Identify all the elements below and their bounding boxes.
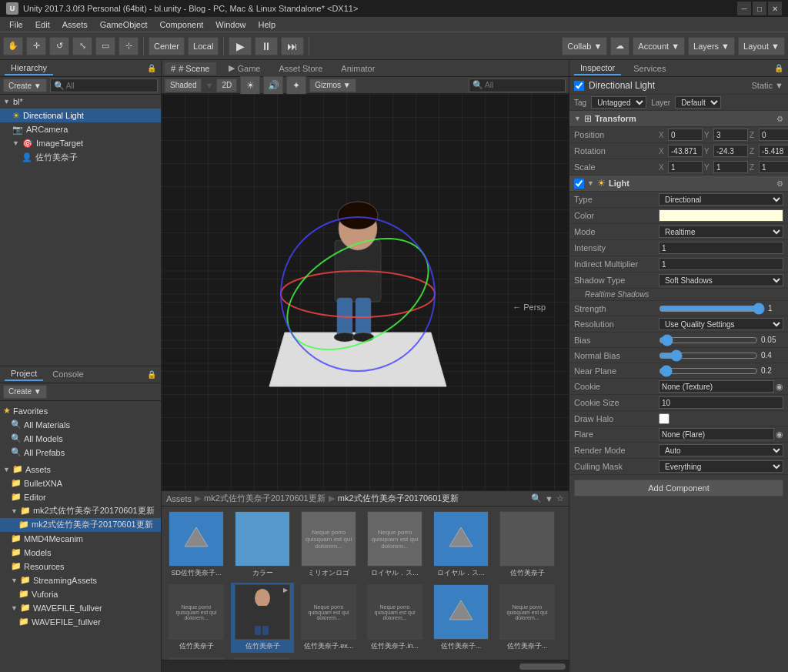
- tag-dropdown[interactable]: Untagged: [591, 96, 646, 109]
- cookie-circle-icon[interactable]: ◉: [776, 382, 783, 392]
- all-models-item[interactable]: 🔍 All Models: [0, 432, 161, 446]
- account-button[interactable]: Account ▼: [633, 37, 685, 55]
- breadcrumb-mk2-sub[interactable]: mk2式佐竹美奈子20170601更新: [338, 493, 459, 504]
- object-enabled-checkbox[interactable]: [574, 81, 584, 91]
- asset-item-5[interactable]: 佐竹美奈子: [496, 510, 559, 580]
- tree-item-satak[interactable]: 👤 佐竹美奈子: [0, 150, 161, 164]
- menu-edit[interactable]: Edit: [29, 17, 56, 32]
- shadow-type-dropdown[interactable]: Soft Shadows: [659, 274, 783, 286]
- local-button[interactable]: Local: [188, 37, 219, 55]
- star-icon-project[interactable]: ☆: [556, 493, 564, 503]
- intensity-input[interactable]: [659, 242, 783, 254]
- mk2-sub-item[interactable]: 📁 mk2式佐竹美奈子20170601更新: [0, 518, 161, 532]
- editor-item[interactable]: 📁 Editor: [0, 490, 161, 504]
- mmd4-item[interactable]: 📁 MMD4Mecanim: [0, 532, 161, 546]
- transform-header[interactable]: ▼ ⊞ Transform ⚙: [569, 111, 788, 127]
- breadcrumb-assets[interactable]: Assets: [166, 494, 192, 503]
- asset-store-tab[interactable]: Asset Store: [272, 62, 329, 75]
- asset-item-7[interactable]: ▶ 佐竹美奈子: [231, 583, 294, 653]
- tree-item-imagetarget[interactable]: ▼ 🎯 ImageTarget: [0, 136, 161, 150]
- scene-search-input[interactable]: [485, 81, 562, 89]
- asset-item-9[interactable]: Neque porro quisquam est qui dolorem... …: [363, 583, 426, 653]
- rot-y-input[interactable]: [713, 145, 748, 157]
- close-button[interactable]: ✕: [768, 2, 782, 15]
- near-plane-slider[interactable]: [659, 366, 758, 376]
- asset-item-4[interactable]: ロイヤル．ス...: [429, 510, 492, 580]
- culling-mask-dropdown[interactable]: Everything: [659, 460, 783, 473]
- vuforia-item[interactable]: 📁 Vuforia: [0, 587, 161, 601]
- strength-slider[interactable]: [659, 304, 765, 313]
- services-tab[interactable]: Services: [627, 62, 672, 75]
- flare-circle-icon[interactable]: ◉: [776, 430, 783, 440]
- resolution-dropdown[interactable]: Use Quality Settings: [659, 318, 783, 330]
- maximize-button[interactable]: □: [753, 2, 766, 15]
- models-item[interactable]: 📁 Models: [0, 546, 161, 560]
- light-settings-icon[interactable]: ⚙: [776, 179, 783, 188]
- hierarchy-create-button[interactable]: Create ▼: [3, 79, 47, 92]
- inspector-tab[interactable]: Inspector: [574, 62, 621, 75]
- asset-item-3[interactable]: Neque porro quisquam est qui dolorem... …: [363, 510, 426, 580]
- assets-header[interactable]: ▼ 📁 Assets: [0, 463, 161, 476]
- tool-transform[interactable]: ⊹: [119, 37, 139, 55]
- rot-x-input[interactable]: [668, 145, 703, 157]
- scale-y-input[interactable]: [713, 161, 748, 173]
- project-lock-icon[interactable]: 🔒: [147, 370, 156, 379]
- scene-tab[interactable]: # # Scene: [165, 62, 216, 75]
- render-mode-dropdown[interactable]: Auto: [659, 444, 783, 456]
- tool-scale[interactable]: ⤡: [72, 37, 92, 55]
- hierarchy-search-input[interactable]: [66, 82, 143, 90]
- menu-gameobject[interactable]: GameObject: [94, 17, 154, 32]
- bias-slider[interactable]: [659, 336, 758, 345]
- bulletxna-item[interactable]: 📁 BulletXNA: [0, 476, 161, 490]
- flare-input[interactable]: [659, 428, 774, 440]
- hierarchy-lock-icon[interactable]: 🔒: [147, 64, 156, 72]
- indirect-input[interactable]: [659, 258, 783, 270]
- pos-x-input[interactable]: [668, 129, 703, 141]
- transform-settings-icon[interactable]: ⚙: [776, 115, 783, 123]
- tool-rotate[interactable]: ↺: [49, 37, 69, 55]
- h-scrollbar[interactable]: [162, 660, 569, 672]
- asset-item-6[interactable]: Neque porro quisquam est qui dolorem... …: [165, 583, 228, 653]
- tree-item-directional-light[interactable]: ☀ Directional Light: [0, 109, 161, 122]
- scale-z-input[interactable]: [759, 161, 788, 173]
- mode-dropdown[interactable]: Realtime: [659, 226, 783, 238]
- inspector-lock-icon[interactable]: 🔒: [774, 64, 783, 72]
- project-tab[interactable]: Project: [5, 367, 43, 381]
- draw-halo-checkbox[interactable]: [659, 413, 669, 424]
- animator-tab[interactable]: Animator: [335, 62, 381, 75]
- gizmos-button[interactable]: Gizmos ▼: [309, 79, 356, 92]
- light-enabled-checkbox[interactable]: [574, 179, 584, 189]
- streaming-item[interactable]: ▼ 📁 StreamingAssets: [0, 573, 161, 587]
- audio-icon[interactable]: 🔊: [263, 76, 283, 95]
- light-header[interactable]: ▼ ☀ Light ⚙: [569, 176, 788, 192]
- project-create-button[interactable]: Create ▼: [3, 385, 47, 399]
- favorites-header[interactable]: ★ Favorites: [0, 404, 161, 418]
- pos-y-input[interactable]: [713, 129, 748, 141]
- tool-move[interactable]: ✛: [26, 37, 46, 55]
- step-button[interactable]: ⏭: [281, 37, 304, 55]
- wavefile-sub-item[interactable]: 📁 WAVEFILE_fullver: [0, 615, 161, 629]
- color-swatch[interactable]: [659, 209, 783, 222]
- wavefile-item[interactable]: ▼ 📁 WAVEFILE_fullver: [0, 601, 161, 615]
- play-button[interactable]: ▶: [229, 37, 252, 55]
- console-tab[interactable]: Console: [46, 368, 89, 380]
- 2d-button[interactable]: 2D: [216, 79, 237, 92]
- asset-item-10[interactable]: 佐竹美奈子...: [429, 583, 492, 653]
- all-prefabs-item[interactable]: 🔍 All Prefabs: [0, 446, 161, 460]
- type-dropdown[interactable]: Directional: [659, 193, 783, 206]
- scale-x-input[interactable]: [668, 161, 703, 173]
- cookie-input[interactable]: [659, 380, 774, 393]
- game-tab[interactable]: ▶ Game: [222, 62, 267, 75]
- shaded-button[interactable]: Shaded: [165, 79, 202, 92]
- tree-item-arcamera[interactable]: 📷 ARCamera: [0, 122, 161, 136]
- lighting-icon[interactable]: ☀: [240, 76, 260, 95]
- menu-assets[interactable]: Assets: [56, 17, 94, 32]
- pos-z-input[interactable]: [759, 129, 788, 141]
- menu-help[interactable]: Help: [252, 17, 282, 32]
- breadcrumb-mk2[interactable]: mk2式佐竹美奈子20170601更新: [204, 493, 326, 504]
- layers-button[interactable]: Layers ▼: [688, 37, 735, 55]
- menu-component[interactable]: Component: [153, 17, 209, 32]
- cloud-button[interactable]: ☁: [610, 37, 629, 55]
- tree-item-scene[interactable]: ▼ bl*: [0, 95, 161, 109]
- hierarchy-tab[interactable]: Hierarchy: [5, 62, 53, 75]
